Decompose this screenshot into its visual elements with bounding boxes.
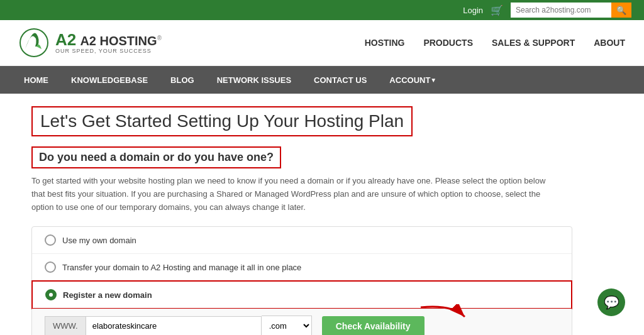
logo-subtitle: OUR SPEED, YOUR SUCCESS — [55, 48, 162, 55]
logo-icon — [19, 28, 49, 58]
top-bar: Login 🛒 🔍 — [0, 0, 644, 20]
radio-register-domain — [45, 289, 57, 300]
own-domain-label: Use my own domain — [62, 236, 136, 245]
nav-home[interactable]: HOME — [13, 66, 60, 94]
logo-area: A2 A2 HOSTING® OUR SPEED, YOUR SUCCESS — [19, 28, 365, 58]
nav-contact-us[interactable]: CONTACT US — [303, 66, 378, 94]
logo-title: A2 A2 HOSTING® — [55, 31, 162, 49]
radio-transfer-domain — [45, 261, 56, 273]
transfer-domain-label: Transfer your domain to A2 Hosting and m… — [62, 263, 301, 272]
page-heading: Let's Get Started Setting Up Your Hostin… — [31, 106, 413, 136]
option-register-domain[interactable]: Register a new domain — [31, 280, 572, 309]
nav-knowledgebase[interactable]: KNOWLEDGEBASE — [60, 66, 159, 94]
logo-text: A2 A2 HOSTING® OUR SPEED, YOUR SUCCESS — [55, 31, 162, 55]
check-availability-button[interactable]: Check Availability — [322, 316, 425, 335]
search-bar: 🔍 — [511, 3, 631, 18]
nav-network-issues[interactable]: NETWORK ISSUES — [206, 66, 303, 94]
domain-text-input[interactable] — [86, 316, 262, 335]
radio-own-domain — [45, 234, 56, 246]
tld-select[interactable]: .com .net .org .info — [262, 316, 312, 335]
options-panel: Use my own domain Transfer your domain t… — [31, 226, 572, 335]
cart-icon[interactable]: 🛒 — [491, 4, 503, 16]
nav-sales-support[interactable]: SALES & SUPPORT — [492, 38, 575, 48]
svg-point-0 — [20, 29, 48, 57]
main-nav: HOSTING PRODUCTS SALES & SUPPORT ABOUT — [365, 38, 625, 48]
search-input[interactable] — [511, 3, 611, 18]
sub-heading: Do you need a domain or do you have one? — [31, 146, 281, 168]
main-content: Let's Get Started Setting Up Your Hostin… — [0, 94, 644, 335]
nav-blog[interactable]: BLOG — [159, 66, 206, 94]
search-button[interactable]: 🔍 — [611, 3, 631, 18]
domain-input-row: WWW. .com .net .org .info Check Availabi… — [32, 309, 572, 335]
www-label: WWW. — [45, 316, 86, 335]
register-domain-label: Register a new domain — [63, 290, 152, 300]
description: To get started with your website hosting… — [31, 175, 547, 214]
option-transfer-domain[interactable]: Transfer your domain to A2 Hosting and m… — [32, 254, 572, 281]
nav-about[interactable]: ABOUT — [594, 38, 625, 48]
login-link[interactable]: Login — [463, 6, 483, 15]
nav-products[interactable]: PRODUCTS — [423, 38, 473, 48]
secondary-nav: HOME KNOWLEDGEBASE BLOG NETWORK ISSUES C… — [0, 66, 644, 94]
nav-account[interactable]: ACCOUNT ▼ — [378, 66, 448, 94]
header: A2 A2 HOSTING® OUR SPEED, YOUR SUCCESS H… — [0, 20, 644, 66]
chat-bubble[interactable]: 💬 — [597, 288, 625, 316]
option-own-domain[interactable]: Use my own domain — [32, 227, 572, 254]
nav-hosting[interactable]: HOSTING — [365, 38, 405, 48]
chat-icon: 💬 — [604, 295, 619, 310]
